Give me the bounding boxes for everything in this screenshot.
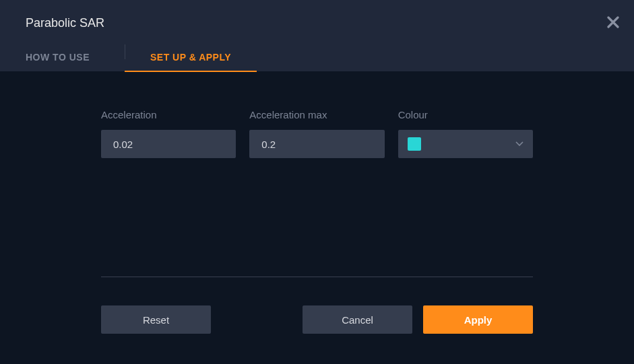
tab-divider: [125, 44, 125, 59]
close-icon: [607, 16, 619, 28]
colour-swatch: [408, 137, 421, 151]
settings-panel: Acceleration Acceleration max Colour Res…: [0, 71, 634, 334]
tab-how-to-use[interactable]: HOW TO USE: [26, 52, 96, 72]
apply-button[interactable]: Apply: [423, 305, 533, 334]
dialog-title: Parabolic SAR: [0, 0, 634, 30]
field-acceleration-max: Acceleration max: [249, 109, 384, 158]
colour-label: Colour: [398, 109, 533, 120]
dialog-footer: Reset Cancel Apply: [101, 305, 533, 334]
cancel-button[interactable]: Cancel: [303, 305, 412, 334]
tabs: HOW TO USE SET UP & APPLY: [0, 42, 634, 72]
colour-select[interactable]: [398, 130, 533, 158]
field-acceleration: Acceleration: [101, 109, 236, 158]
acceleration-label: Acceleration: [101, 109, 236, 120]
dialog-header: Parabolic SAR HOW TO USE SET UP & APPLY: [0, 0, 634, 71]
footer-divider: [101, 277, 533, 277]
footer-right-group: Cancel Apply: [303, 305, 533, 334]
indicator-settings-dialog: Parabolic SAR HOW TO USE SET UP & APPLY …: [0, 0, 634, 364]
acceleration-max-label: Acceleration max: [249, 109, 384, 120]
reset-button[interactable]: Reset: [101, 305, 211, 334]
chevron-down-icon: [515, 141, 524, 147]
field-row: Acceleration Acceleration max Colour: [101, 109, 533, 158]
acceleration-input[interactable]: [101, 130, 236, 158]
acceleration-max-input[interactable]: [249, 130, 384, 158]
tab-setup-apply[interactable]: SET UP & APPLY: [144, 52, 238, 72]
close-button[interactable]: [607, 16, 619, 28]
field-colour: Colour: [398, 109, 533, 158]
